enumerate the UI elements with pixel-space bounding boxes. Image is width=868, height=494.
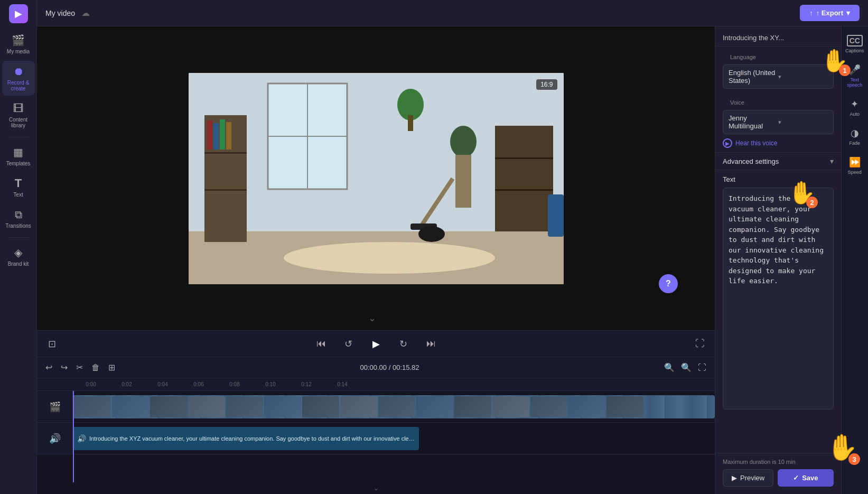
video-track-row: 🎬 [37, 391, 715, 423]
current-time: 00:00.00 [360, 363, 387, 371]
audio-track-bar[interactable]: 🔊 Introducing the XYZ vacuum cleaner, yo… [73, 427, 419, 450]
tts-text-input[interactable] [723, 188, 834, 409]
sidebar-item-content-library[interactable]: 🎞 Content library [2, 98, 35, 133]
audio-track-row: 🔊 🔊 Introducing the XYZ vacuum cleaner, … [37, 423, 715, 454]
sidebar-item-text[interactable]: T Text [2, 173, 35, 202]
panel-icon-auto[interactable]: ✦ Auto [843, 94, 867, 121]
timeline-tracks: 🎬 [37, 391, 715, 482]
play-button[interactable]: ▶ [368, 335, 385, 352]
frame-thumb [340, 396, 377, 417]
video-track-label: 🎬 [37, 391, 73, 422]
undo-button[interactable]: ↩ [43, 360, 54, 375]
svg-rect-9 [207, 120, 212, 150]
language-label: Language [723, 52, 834, 61]
panel-icon-fade[interactable]: ◑ Fade [843, 123, 867, 150]
panel-icon-captions[interactable]: CC Captions [843, 31, 867, 58]
playhead-triangle [70, 391, 77, 392]
ruler-mark-12: 0:12 [288, 381, 324, 387]
video-section: 16:9 › ? ⌄ ⊡ ⏮ ↺ ▶ ↻ ⏭ ⛶ [37, 26, 715, 494]
delete-button[interactable]: 🗑 [89, 361, 102, 375]
app-logo: ▶ [9, 4, 28, 23]
frame-thumb [568, 396, 605, 417]
audio-track-content[interactable]: 🔊 Introducing the XYZ vacuum cleaner, yo… [73, 423, 715, 454]
panel-icon-text-speech[interactable]: 🎤 Text speech [843, 60, 867, 92]
hear-voice-button[interactable]: ▶ Hear this voice [723, 138, 777, 148]
timeline-playhead[interactable] [73, 391, 74, 482]
help-button[interactable]: ? [659, 274, 678, 293]
ruler-mark-2: 0:02 [109, 381, 145, 387]
svg-rect-14 [408, 115, 413, 131]
svg-point-2 [284, 242, 495, 274]
right-panel: Introducing the XY... Language English (… [715, 26, 868, 494]
frame-thumb [606, 396, 643, 417]
more-options-button[interactable]: ⊞ [106, 360, 117, 375]
redo-button[interactable]: ↪ [59, 360, 70, 375]
video-track-icon: 🎬 [49, 401, 61, 413]
ruler-mark-4: 0:04 [145, 381, 181, 387]
export-icon: ↑ [809, 9, 813, 17]
export-dropdown-arrow: ▾ [846, 9, 850, 17]
sidebar-item-brand-kit[interactable]: ◈ Brand kit [2, 242, 35, 271]
sidebar-item-transitions[interactable]: ⧉ Transitions [2, 204, 35, 233]
frame-thumb [302, 396, 339, 417]
frame-thumb [378, 396, 415, 417]
ruler-mark-10: 0:10 [253, 381, 288, 387]
forward-button[interactable]: ↻ [395, 335, 412, 352]
preview-button[interactable]: ▶ Preview [723, 469, 773, 487]
ruler-marks: 0:00 0:02 0:04 0:06 0:08 0:10 0:12 0:14 [73, 381, 715, 387]
hear-voice-label: Hear this voice [735, 139, 777, 147]
advanced-settings-section[interactable]: Advanced settings ▾ [715, 153, 841, 170]
project-title[interactable]: My video [45, 9, 75, 17]
logo-icon: ▶ [15, 8, 22, 20]
save-label: Save [802, 474, 818, 482]
timeline-time: 00:00.00 / 00:15.82 [122, 363, 658, 371]
sidebar-item-label: Text [13, 192, 23, 198]
content-library-icon: 🎞 [12, 102, 25, 115]
fit-button[interactable]: ⛶ [696, 360, 708, 375]
fade-label: Fade [850, 141, 861, 146]
fullscreen-button[interactable]: ⛶ [692, 335, 708, 352]
language-dropdown[interactable]: English (United States) ▾ [723, 64, 834, 89]
voice-dropdown[interactable]: Jenny Multilingual ▾ [723, 110, 834, 134]
zoom-in-button[interactable]: 🔍 [679, 360, 694, 375]
sidebar-item-label: My media [7, 49, 30, 54]
svg-rect-19 [455, 155, 471, 208]
audio-track-icon: 🔊 [49, 433, 61, 444]
skip-to-start-button[interactable]: ⏮ [313, 335, 330, 352]
collapse-timeline-btn[interactable]: ⌄ [37, 482, 715, 494]
zoom-out-button[interactable]: 🔍 [662, 360, 677, 375]
sidebar-item-record-create[interactable]: ⏺ Record & create [2, 61, 35, 96]
sidebar: ▶ 🎬 My media ⏺ Record & create 🎞 Content… [0, 0, 37, 494]
sidebar-item-label: Brand kit [8, 261, 29, 267]
collapse-bottom-btn[interactable]: ⌄ [368, 312, 376, 324]
panel-icon-speed[interactable]: ⏩ Speed [843, 152, 867, 179]
export-label: ↑ Export [816, 9, 843, 17]
cut-button[interactable]: ✂ [74, 360, 85, 375]
video-controls: ⊡ ⏮ ↺ ▶ ↻ ⏭ ⛶ [37, 330, 715, 357]
video-track-content[interactable] [73, 391, 715, 422]
speed-label: Speed [848, 170, 862, 175]
main-area: My video ☁ ↑ ↑ Export ▾ [37, 0, 868, 494]
cloud-save-icon: ☁ [81, 8, 90, 18]
rewind-button[interactable]: ↺ [340, 335, 357, 352]
export-button[interactable]: ↑ ↑ Export ▾ [800, 5, 860, 21]
skip-to-end-button[interactable]: ⏭ [423, 335, 440, 352]
language-value: English (United States) [729, 69, 778, 85]
svg-point-24 [418, 226, 445, 242]
sidebar-item-label: Templates [6, 161, 31, 166]
language-dropdown-arrow: ▾ [778, 73, 828, 80]
video-track-bar[interactable] [73, 395, 715, 418]
brand-kit-icon: ◈ [12, 246, 25, 259]
sidebar-item-templates[interactable]: ▦ Templates [2, 142, 35, 171]
sidebar-item-my-media[interactable]: 🎬 My media [2, 30, 35, 59]
video-container: 16:9 › ? ⌄ [37, 26, 715, 330]
save-button[interactable]: ✓ Save [778, 469, 833, 487]
frame-thumb [530, 396, 567, 417]
text-speech-label: Text speech [845, 77, 865, 88]
svg-rect-6 [495, 126, 553, 231]
frame-thumb [454, 396, 491, 417]
frame-thumb [492, 396, 529, 417]
speed-icon: ⏩ [849, 156, 861, 168]
subtitle-toggle-button[interactable]: ⊡ [43, 335, 60, 352]
voice-value: Jenny Multilingual [729, 114, 778, 130]
